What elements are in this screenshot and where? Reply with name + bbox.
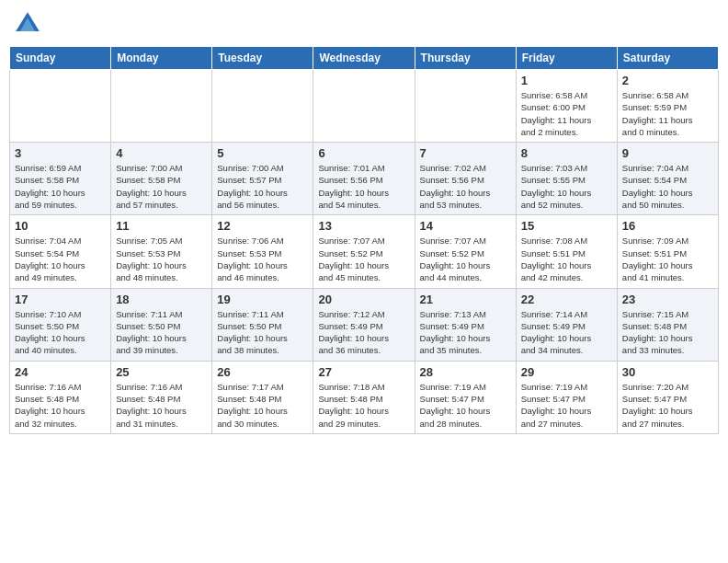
weekday-header: Saturday	[617, 47, 718, 70]
calendar-cell	[415, 70, 516, 143]
day-number: 24	[15, 365, 106, 379]
day-info: Sunrise: 7:13 AM Sunset: 5:49 PM Dayligh…	[420, 308, 511, 357]
day-number: 12	[217, 219, 308, 233]
day-number: 9	[622, 146, 713, 160]
calendar-cell: 7Sunrise: 7:02 AM Sunset: 5:56 PM Daylig…	[415, 143, 516, 215]
calendar-cell	[10, 70, 111, 143]
day-info: Sunrise: 7:16 AM Sunset: 5:48 PM Dayligh…	[15, 381, 106, 430]
day-info: Sunrise: 7:08 AM Sunset: 5:51 PM Dayligh…	[521, 235, 612, 283]
day-number: 5	[217, 146, 308, 160]
day-info: Sunrise: 7:20 AM Sunset: 5:47 PM Dayligh…	[622, 381, 713, 430]
day-info: Sunrise: 7:19 AM Sunset: 5:47 PM Dayligh…	[420, 381, 511, 430]
day-info: Sunrise: 7:00 AM Sunset: 5:58 PM Dayligh…	[116, 162, 207, 211]
day-info: Sunrise: 7:01 AM Sunset: 5:56 PM Dayligh…	[318, 162, 409, 211]
calendar-cell: 2Sunrise: 6:58 AM Sunset: 5:59 PM Daylig…	[617, 70, 718, 143]
day-info: Sunrise: 7:18 AM Sunset: 5:48 PM Dayligh…	[318, 381, 409, 430]
day-number: 27	[318, 365, 409, 379]
weekday-header: Thursday	[415, 47, 516, 70]
calendar-cell: 8Sunrise: 7:03 AM Sunset: 5:55 PM Daylig…	[516, 143, 617, 215]
day-info: Sunrise: 7:10 AM Sunset: 5:50 PM Dayligh…	[15, 308, 106, 357]
day-number: 25	[116, 365, 207, 379]
weekday-header: Friday	[516, 47, 617, 70]
day-number: 29	[521, 365, 612, 379]
weekday-header: Monday	[111, 47, 212, 70]
day-info: Sunrise: 7:05 AM Sunset: 5:53 PM Dayligh…	[116, 235, 207, 283]
day-info: Sunrise: 7:19 AM Sunset: 5:47 PM Dayligh…	[521, 381, 612, 430]
day-number: 26	[217, 365, 308, 379]
calendar-cell	[212, 70, 313, 143]
calendar-cell: 21Sunrise: 7:13 AM Sunset: 5:49 PM Dayli…	[415, 288, 516, 361]
calendar-cell: 15Sunrise: 7:08 AM Sunset: 5:51 PM Dayli…	[516, 215, 617, 288]
day-info: Sunrise: 7:11 AM Sunset: 5:50 PM Dayligh…	[217, 308, 308, 357]
day-number: 4	[116, 146, 207, 160]
day-number: 21	[420, 293, 511, 306]
calendar-cell: 20Sunrise: 7:12 AM Sunset: 5:49 PM Dayli…	[313, 288, 415, 361]
weekday-header: Wednesday	[313, 47, 415, 70]
calendar-cell: 14Sunrise: 7:07 AM Sunset: 5:52 PM Dayli…	[415, 215, 516, 288]
day-number: 15	[521, 219, 612, 233]
day-number: 7	[420, 146, 511, 160]
day-number: 1	[521, 74, 612, 87]
day-number: 8	[521, 146, 612, 160]
day-info: Sunrise: 7:09 AM Sunset: 5:51 PM Dayligh…	[622, 235, 713, 283]
day-info: Sunrise: 7:07 AM Sunset: 5:52 PM Dayligh…	[420, 235, 511, 283]
day-info: Sunrise: 7:02 AM Sunset: 5:56 PM Dayligh…	[420, 162, 511, 211]
day-number: 22	[521, 293, 612, 306]
calendar-cell: 30Sunrise: 7:20 AM Sunset: 5:47 PM Dayli…	[617, 361, 718, 433]
calendar-body: 1Sunrise: 6:58 AM Sunset: 6:00 PM Daylig…	[10, 70, 719, 434]
calendar-cell: 1Sunrise: 6:58 AM Sunset: 6:00 PM Daylig…	[516, 70, 617, 143]
day-info: Sunrise: 6:59 AM Sunset: 5:58 PM Dayligh…	[15, 162, 106, 211]
day-number: 16	[622, 219, 713, 233]
calendar-cell: 18Sunrise: 7:11 AM Sunset: 5:50 PM Dayli…	[111, 288, 212, 361]
calendar-cell: 10Sunrise: 7:04 AM Sunset: 5:54 PM Dayli…	[10, 215, 111, 288]
calendar-cell: 6Sunrise: 7:01 AM Sunset: 5:56 PM Daylig…	[313, 143, 415, 215]
day-number: 11	[116, 219, 207, 233]
day-info: Sunrise: 7:06 AM Sunset: 5:53 PM Dayligh…	[217, 235, 308, 283]
calendar-cell: 9Sunrise: 7:04 AM Sunset: 5:54 PM Daylig…	[617, 143, 718, 215]
calendar-cell: 25Sunrise: 7:16 AM Sunset: 5:48 PM Dayli…	[111, 361, 212, 433]
day-info: Sunrise: 7:07 AM Sunset: 5:52 PM Dayligh…	[318, 235, 409, 283]
calendar-week-row: 24Sunrise: 7:16 AM Sunset: 5:48 PM Dayli…	[10, 361, 719, 433]
day-number: 19	[217, 293, 308, 306]
day-info: Sunrise: 7:11 AM Sunset: 5:50 PM Dayligh…	[116, 308, 207, 357]
day-number: 28	[420, 365, 511, 379]
calendar-cell: 17Sunrise: 7:10 AM Sunset: 5:50 PM Dayli…	[10, 288, 111, 361]
day-number: 3	[15, 146, 106, 160]
calendar-cell	[111, 70, 212, 143]
day-info: Sunrise: 7:16 AM Sunset: 5:48 PM Dayligh…	[116, 381, 207, 430]
calendar-cell: 12Sunrise: 7:06 AM Sunset: 5:53 PM Dayli…	[212, 215, 313, 288]
calendar-week-row: 17Sunrise: 7:10 AM Sunset: 5:50 PM Dayli…	[10, 288, 719, 361]
calendar-cell: 29Sunrise: 7:19 AM Sunset: 5:47 PM Dayli…	[516, 361, 617, 433]
calendar-cell: 19Sunrise: 7:11 AM Sunset: 5:50 PM Dayli…	[212, 288, 313, 361]
weekday-header: Sunday	[10, 47, 111, 70]
calendar-cell: 26Sunrise: 7:17 AM Sunset: 5:48 PM Dayli…	[212, 361, 313, 433]
day-info: Sunrise: 7:04 AM Sunset: 5:54 PM Dayligh…	[15, 235, 106, 283]
day-number: 30	[622, 365, 713, 379]
calendar-cell: 5Sunrise: 7:00 AM Sunset: 5:57 PM Daylig…	[212, 143, 313, 215]
calendar-week-row: 10Sunrise: 7:04 AM Sunset: 5:54 PM Dayli…	[10, 215, 719, 288]
calendar-week-row: 1Sunrise: 6:58 AM Sunset: 6:00 PM Daylig…	[10, 70, 719, 143]
calendar-header-row: SundayMondayTuesdayWednesdayThursdayFrid…	[10, 47, 719, 70]
day-number: 13	[318, 219, 409, 233]
day-number: 18	[116, 293, 207, 306]
day-number: 17	[15, 293, 106, 306]
calendar-cell: 22Sunrise: 7:14 AM Sunset: 5:49 PM Dayli…	[516, 288, 617, 361]
day-number: 20	[318, 293, 409, 306]
calendar-cell: 3Sunrise: 6:59 AM Sunset: 5:58 PM Daylig…	[10, 143, 111, 215]
calendar-cell: 27Sunrise: 7:18 AM Sunset: 5:48 PM Dayli…	[313, 361, 415, 433]
day-number: 6	[318, 146, 409, 160]
calendar-cell: 16Sunrise: 7:09 AM Sunset: 5:51 PM Dayli…	[617, 215, 718, 288]
calendar-cell: 28Sunrise: 7:19 AM Sunset: 5:47 PM Dayli…	[415, 361, 516, 433]
calendar-cell: 13Sunrise: 7:07 AM Sunset: 5:52 PM Dayli…	[313, 215, 415, 288]
day-info: Sunrise: 7:14 AM Sunset: 5:49 PM Dayligh…	[521, 308, 612, 357]
page-header	[9, 9, 719, 39]
logo	[13, 9, 46, 39]
calendar-cell: 4Sunrise: 7:00 AM Sunset: 5:58 PM Daylig…	[111, 143, 212, 215]
weekday-header: Tuesday	[212, 47, 313, 70]
day-info: Sunrise: 7:00 AM Sunset: 5:57 PM Dayligh…	[217, 162, 308, 211]
day-number: 14	[420, 219, 511, 233]
logo-icon	[13, 9, 42, 39]
day-info: Sunrise: 7:17 AM Sunset: 5:48 PM Dayligh…	[217, 381, 308, 430]
day-info: Sunrise: 6:58 AM Sunset: 5:59 PM Dayligh…	[622, 89, 713, 138]
day-info: Sunrise: 7:03 AM Sunset: 5:55 PM Dayligh…	[521, 162, 612, 211]
